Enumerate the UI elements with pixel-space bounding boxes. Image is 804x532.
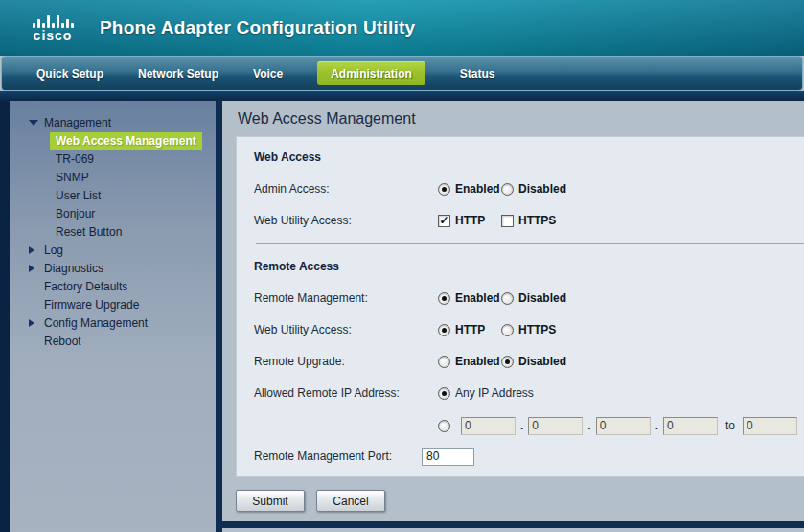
remote-upgrade-enabled-radio[interactable]	[438, 356, 450, 368]
selected-item-highlight: Web Access Management	[50, 132, 202, 150]
admin-access-row: Admin Access: Enabled Disabled	[254, 180, 804, 197]
main-content: Web Access Management Web Access Admin A…	[222, 101, 804, 532]
ip-octet-3-input[interactable]	[596, 417, 651, 435]
ip-octet-2-input[interactable]	[528, 417, 583, 435]
sidebar-item-factory-defaults[interactable]: Factory Defaults	[10, 277, 216, 295]
remote-management-row: Remote Management: Enabled Disabled	[254, 289, 804, 307]
cisco-logo: cisco	[27, 14, 79, 42]
sidebar: Management Web Access Management TR-069 …	[0, 101, 222, 532]
expand-arrow-icon[interactable]	[29, 246, 44, 254]
any-ip-address-radio[interactable]	[438, 387, 450, 400]
sidebar-item-log[interactable]: Log	[10, 241, 216, 259]
tab-quick-setup[interactable]: Quick Setup	[36, 67, 103, 81]
page-title: Web Access Management	[238, 110, 804, 127]
sidebar-item-bonjour[interactable]: Bonjour	[10, 204, 216, 222]
remote-upgrade-label: Remote Upgrade:	[254, 355, 438, 368]
sidebar-item-config-management[interactable]: Config Management	[10, 313, 216, 332]
sidebar-item-management[interactable]: Management	[10, 113, 216, 131]
expand-arrow-icon[interactable]	[29, 319, 44, 327]
ip-range-to-label: to	[725, 419, 735, 432]
ip-range-end-input[interactable]	[743, 417, 797, 435]
remote-web-utility-label: Web Utility Access:	[254, 323, 438, 336]
remote-management-label: Remote Management:	[254, 291, 438, 305]
ip-octet-1-input[interactable]	[461, 417, 516, 435]
nav-shadow-strip	[0, 91, 804, 101]
section-divider	[256, 243, 804, 244]
sidebar-item-reboot[interactable]: Reboot	[10, 332, 216, 350]
admin-access-label: Admin Access:	[254, 182, 438, 196]
sidebar-item-firmware-upgrade[interactable]: Firmware Upgrade	[10, 295, 216, 313]
https-checkbox[interactable]	[501, 215, 514, 227]
remote-web-utility-row: Web Utility Access: HTTP HTTPS	[254, 321, 804, 338]
settings-panel: Web Access Admin Access: Enabled Disable…	[236, 136, 804, 477]
submit-button[interactable]: Submit	[236, 490, 305, 512]
content-bottom-bar	[222, 521, 804, 528]
ip-octet-4-input[interactable]	[663, 417, 718, 435]
remote-upgrade-disabled-radio[interactable]	[501, 356, 514, 368]
remote-https-radio[interactable]	[501, 324, 514, 336]
remote-http-radio[interactable]	[438, 324, 450, 336]
web-access-section-title: Web Access	[254, 150, 804, 164]
ip-range-row: . . . to	[438, 416, 804, 435]
web-utility-access-label: Web Utility Access:	[254, 214, 438, 227]
app-title: Phone Adapter Configuration Utility	[100, 17, 415, 38]
phone-adapter-config-utility-window: cisco Phone Adapter Configuration Utilit…	[0, 0, 804, 532]
remote-management-enabled-radio[interactable]	[438, 292, 450, 305]
tab-administration[interactable]: Administration	[317, 61, 425, 85]
sidebar-item-snmp[interactable]: SNMP	[10, 168, 216, 186]
remote-management-port-input[interactable]	[422, 448, 474, 466]
app-header: cisco Phone Adapter Configuration Utilit…	[0, 0, 804, 56]
collapse-arrow-icon[interactable]	[29, 120, 44, 126]
web-utility-access-row: Web Utility Access: HTTP HTTPS	[254, 212, 804, 229]
sidebar-item-user-list[interactable]: User List	[10, 186, 216, 204]
remote-management-disabled-radio[interactable]	[501, 292, 514, 305]
cisco-wordmark: cisco	[34, 29, 73, 42]
cancel-button[interactable]: Cancel	[316, 490, 385, 512]
remote-upgrade-row: Remote Upgrade: Enabled Disabled	[254, 353, 804, 370]
admin-access-disabled-radio[interactable]	[501, 183, 514, 196]
sidebar-item-diagnostics[interactable]: Diagnostics	[10, 259, 216, 277]
sidebar-item-tr-069[interactable]: TR-069	[10, 150, 216, 168]
tab-network-setup[interactable]: Network Setup	[138, 67, 218, 81]
http-checkbox[interactable]	[438, 215, 450, 227]
form-actions: Submit Cancel	[236, 490, 804, 512]
sidebar-item-reset-button[interactable]: Reset Button	[10, 222, 216, 241]
ip-range-radio[interactable]	[438, 420, 450, 432]
tab-voice[interactable]: Voice	[253, 67, 283, 81]
allowed-remote-ip-row: Allowed Remote IP Address: Any IP Addres…	[254, 384, 804, 402]
tab-status[interactable]: Status	[460, 67, 495, 81]
allowed-remote-ip-label: Allowed Remote IP Address:	[254, 386, 438, 400]
remote-management-port-row: Remote Management Port:	[254, 448, 804, 465]
remote-access-section-title: Remote Access	[254, 260, 804, 273]
remote-management-port-label: Remote Management Port:	[254, 450, 422, 463]
admin-access-enabled-radio[interactable]	[438, 183, 450, 196]
main-nav: Quick Setup Network Setup Voice Administ…	[1, 56, 803, 91]
cisco-bars-icon	[33, 14, 74, 28]
sidebar-item-web-access-management[interactable]: Web Access Management	[10, 131, 216, 150]
expand-arrow-icon[interactable]	[29, 265, 44, 272]
